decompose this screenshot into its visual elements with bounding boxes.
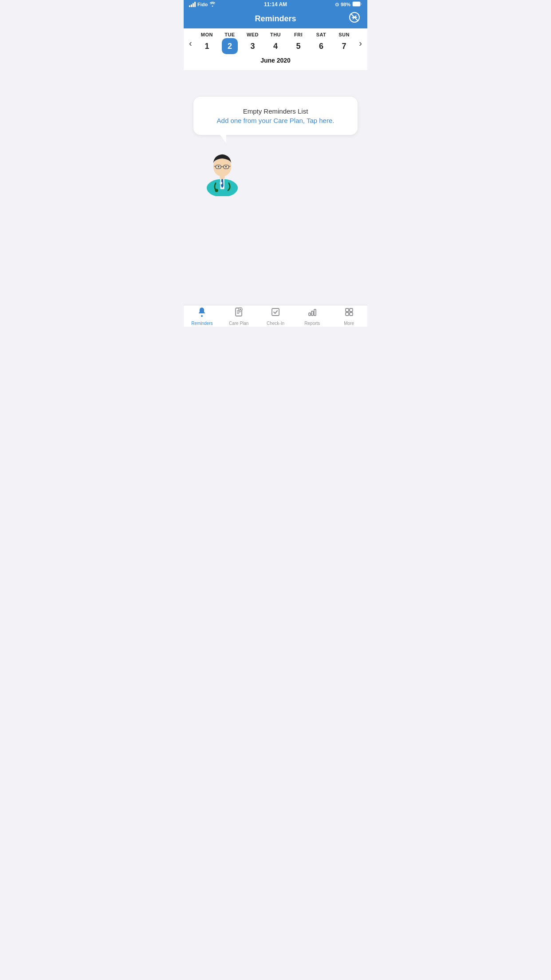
day-num-sun: 7 — [336, 38, 352, 54]
empty-state-text: Empty Reminders List — [202, 107, 349, 115]
calendar-day-fri[interactable]: FRI 5 — [287, 32, 310, 54]
calendar-days-row: ‹ MON 1 TUE 2 WED 3 THU 4 FRI 5 SAT 6 SU… — [184, 32, 367, 54]
nav-label-reports: Reports — [304, 321, 320, 326]
svg-point-8 — [215, 189, 218, 192]
location-icon: ⊙ — [335, 2, 339, 8]
page-title: Reminders — [255, 14, 296, 24]
bottom-nav: Reminders Care Plan Check-In — [184, 305, 367, 327]
svg-rect-38 — [350, 312, 353, 316]
nav-label-reminders: Reminders — [191, 321, 213, 326]
month-label: June 2020 — [184, 54, 367, 67]
calendar-day-tue[interactable]: TUE 2 — [218, 32, 241, 54]
status-time: 11:14 AM — [264, 1, 287, 8]
doctor-svg — [196, 143, 249, 196]
day-name-fri: FRI — [294, 32, 303, 37]
svg-point-21 — [201, 315, 203, 317]
svg-rect-29 — [272, 308, 279, 316]
day-num-fri: 5 — [290, 38, 306, 54]
clear-reminders-button[interactable] — [349, 12, 360, 26]
nav-item-careplan[interactable]: Care Plan — [220, 305, 257, 327]
day-name-wed: WED — [247, 32, 259, 37]
reminders-icon — [197, 307, 207, 320]
day-name-thu: THU — [270, 32, 281, 37]
more-icon — [344, 307, 354, 320]
day-name-sat: SAT — [316, 32, 327, 37]
day-num-tue: 2 — [222, 38, 238, 54]
svg-point-19 — [218, 166, 220, 168]
nav-item-reminders[interactable]: Reminders — [184, 305, 220, 327]
day-num-wed: 3 — [244, 38, 260, 54]
add-reminder-link[interactable]: Add one from your Care Plan, Tap here. — [202, 117, 349, 124]
speech-bubble-tail — [220, 135, 226, 143]
day-name-sun: SUN — [338, 32, 350, 37]
day-name-mon: MON — [201, 32, 213, 37]
wifi-icon — [209, 2, 216, 8]
battery-percent: 98% — [341, 2, 350, 7]
day-num-sat: 6 — [313, 38, 329, 54]
nav-item-checkin[interactable]: Check-In — [257, 305, 294, 327]
day-name-tue: TUE — [224, 32, 235, 37]
nav-item-more[interactable]: More — [331, 305, 367, 327]
nav-label-careplan: Care Plan — [229, 321, 248, 326]
main-content: Empty Reminders List Add one from your C… — [184, 70, 367, 312]
calendar-day-mon[interactable]: MON 1 — [196, 32, 219, 54]
status-left: Fido — [189, 2, 216, 8]
svg-rect-36 — [350, 308, 353, 312]
calendar-day-thu[interactable]: THU 4 — [264, 32, 287, 54]
signal-bars — [189, 2, 196, 7]
status-bar: Fido 11:14 AM ⊙ 98% — [184, 0, 367, 9]
carrier-label: Fido — [197, 2, 208, 7]
svg-point-9 — [220, 182, 222, 185]
calendar-day-sun[interactable]: SUN 7 — [333, 32, 356, 54]
calendar-prev-button[interactable]: ‹ — [185, 38, 196, 48]
svg-rect-34 — [314, 309, 316, 316]
nav-label-checkin: Check-In — [267, 321, 284, 326]
reports-icon — [307, 307, 318, 320]
svg-rect-32 — [309, 313, 311, 316]
nav-label-more: More — [344, 321, 354, 326]
battery-icon — [352, 1, 362, 8]
nav-item-reports[interactable]: Reports — [294, 305, 331, 327]
calendar-next-button[interactable]: › — [355, 38, 366, 48]
day-num-mon: 1 — [199, 38, 215, 54]
careplan-icon — [233, 307, 244, 320]
svg-rect-33 — [311, 311, 313, 316]
calendar-day-wed[interactable]: WED 3 — [241, 32, 264, 54]
empty-state-container: Empty Reminders List Add one from your C… — [193, 97, 358, 143]
status-right: ⊙ 98% — [335, 1, 362, 8]
doctor-illustration — [196, 143, 360, 196]
checkin-icon — [270, 307, 281, 320]
svg-rect-35 — [346, 308, 349, 312]
empty-state-bubble: Empty Reminders List Add one from your C… — [193, 97, 358, 135]
svg-rect-1 — [353, 2, 360, 6]
calendar-day-sat[interactable]: SAT 6 — [310, 32, 333, 54]
app-header: Reminders — [184, 9, 367, 28]
svg-rect-37 — [346, 312, 349, 316]
calendar-section: ‹ MON 1 TUE 2 WED 3 THU 4 FRI 5 SAT 6 SU… — [184, 28, 367, 70]
svg-point-20 — [225, 166, 227, 168]
svg-line-31 — [275, 311, 277, 313]
day-num-thu: 4 — [268, 38, 283, 54]
